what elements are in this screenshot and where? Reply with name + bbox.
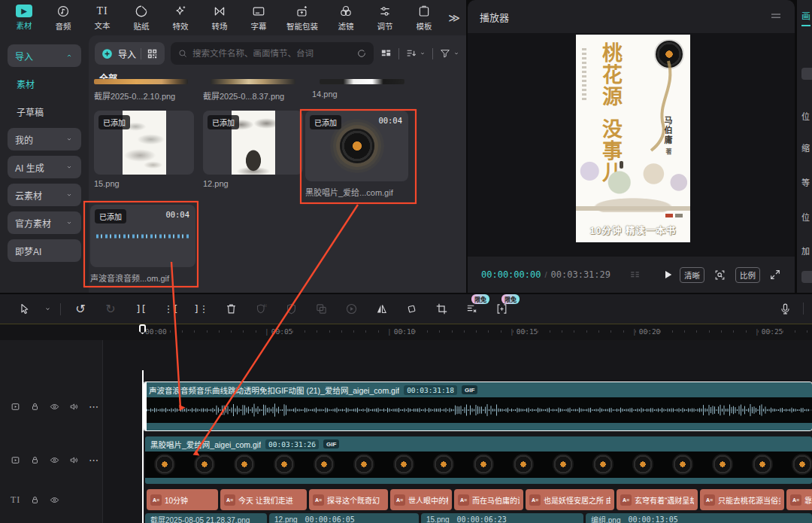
- text-clip[interactable]: A≡靠着每: [786, 489, 812, 510]
- text-clip[interactable]: A≡10分钟: [147, 489, 218, 510]
- text-clip-icon: A≡: [150, 494, 162, 506]
- media-track-clip[interactable]: 截屏2025-08-05 21.28.37.png: [145, 513, 267, 523]
- timeline-clip-waveform-gif[interactable]: 声波音浪音频音乐曲线跳动透明免扣GIF动图 (21)_爱给网_aigei_com…: [144, 382, 812, 430]
- eye-icon[interactable]: [50, 402, 59, 412]
- search-box[interactable]: [171, 42, 374, 65]
- text-clip[interactable]: A≡也是妖怪安居之所 由: [526, 489, 614, 510]
- ratio-button[interactable]: 比例: [735, 267, 760, 283]
- split-button[interactable]: ][: [126, 295, 156, 324]
- sidebar-item-ai-generate[interactable]: AI 生成: [8, 156, 81, 178]
- timeline-ruler[interactable]: 00:00|00:05|00:10|00:15|00:20|00:25: [0, 324, 812, 340]
- play-button[interactable]: [661, 268, 674, 281]
- select-tool-button[interactable]: [9, 295, 39, 324]
- lock-icon[interactable]: [30, 402, 40, 412]
- playhead-line[interactable]: [142, 370, 144, 523]
- player-canvas[interactable]: 桃花源没事儿 马伯庸著 10分钟 精读一本书: [468, 33, 795, 257]
- sidebar-item-label: 导入: [15, 50, 33, 62]
- text-clip[interactable]: A≡只能去桃花源当俗务: [700, 489, 784, 510]
- player-menu-icon[interactable]: [769, 10, 783, 23]
- sidebar-item-import[interactable]: 导入: [8, 44, 81, 67]
- more-options-icon[interactable]: ⋯: [89, 455, 99, 466]
- fullscreen-icon[interactable]: [769, 269, 781, 281]
- media-card-sketch-cave[interactable]: 已添加: [203, 111, 303, 175]
- lock-icon[interactable]: [30, 455, 40, 465]
- sidebar-item-jimeng-ai[interactable]: 即梦AI: [8, 239, 81, 262]
- batch-delete-text-button[interactable]: 限免: [456, 295, 486, 324]
- toolbar-item-audio[interactable]: 音频: [44, 2, 83, 35]
- extract-insert-button[interactable]: 限免: [486, 295, 517, 324]
- media-thumb-strip[interactable]: [211, 79, 295, 84]
- timecode-current: 00:00:00:00: [481, 269, 541, 280]
- media-card-vinyl[interactable]: 已添加00:04: [305, 111, 408, 181]
- filter-button[interactable]: [439, 47, 460, 59]
- toolbar-item-sticker[interactable]: 贴纸: [122, 2, 161, 35]
- media-track-clip[interactable]: 12.png00:00:06:05: [269, 513, 419, 523]
- mirror-button[interactable]: [366, 295, 396, 324]
- text-clip[interactable]: A≡而在马伯庸的设: [454, 489, 523, 510]
- toolbar-item-caption[interactable]: 字幕: [239, 2, 278, 35]
- sort-button[interactable]: [405, 47, 426, 59]
- properties-control[interactable]: [801, 271, 812, 283]
- toolbar-item-filter[interactable]: 滤镜: [326, 2, 365, 35]
- lock-icon[interactable]: [30, 495, 40, 505]
- toolbar-item-text[interactable]: TI文本: [83, 2, 122, 35]
- media-track-clip[interactable]: 编组.png00:00:13:05: [586, 513, 812, 523]
- text-clip[interactable]: A≡探寻这个既奇幻: [309, 489, 388, 510]
- sidebar-item-label: 素材: [17, 78, 35, 90]
- import-button-group[interactable]: 导入: [95, 42, 165, 65]
- media-thumb-strip[interactable]: [320, 79, 404, 84]
- record-voiceover-button[interactable]: [779, 294, 792, 323]
- sidebar-item-subdraft[interactable]: 子草稿: [8, 100, 81, 123]
- focus-zoom-icon[interactable]: [714, 269, 726, 281]
- toolbar-expand-button[interactable]: ≫: [448, 11, 460, 25]
- toolbar-item-media[interactable]: ▶素材: [5, 2, 44, 35]
- clip-name: 声波音浪音频音乐曲线跳动透明免扣GIF动图 (21)_爱给网_aigei_com…: [149, 385, 399, 396]
- sidebar-item-cloud[interactable]: 云素材: [8, 184, 81, 206]
- media-card-sketch-landscape[interactable]: 已添加: [94, 111, 194, 175]
- timeline-clip-vinyl-gif[interactable]: 黑胶唱片_爱给网_aigei_com.gif 00:03:31:26 GIF: [145, 436, 812, 484]
- sidebar-item-mine[interactable]: 我的: [8, 128, 81, 151]
- clip-header: 声波音浪音频音乐曲线跳动透明免扣GIF动图 (21)_爱给网_aigei_com…: [144, 382, 812, 397]
- media-track-clip[interactable]: 15.png00:00:06:23: [421, 513, 583, 523]
- rotate-button[interactable]: [396, 295, 426, 324]
- more-options-icon[interactable]: ⋯: [89, 401, 99, 412]
- multi-screen-icon[interactable]: [629, 269, 641, 281]
- quality-button[interactable]: 清晰: [680, 267, 704, 283]
- text-clip[interactable]: A≡玄穹有着“遇财呈劫”: [617, 489, 698, 510]
- media-thumb-strip[interactable]: [94, 79, 188, 84]
- toolbar-item-adjust[interactable]: 调节: [365, 2, 404, 35]
- search-input[interactable]: [192, 49, 352, 58]
- sidebar-item-official[interactable]: 官方素材: [8, 211, 81, 234]
- sidebar-item-material[interactable]: 素材: [8, 72, 81, 95]
- media-card-waveform[interactable]: 已添加00:04: [90, 205, 195, 267]
- toolbar-item-smartpack[interactable]: 智能包装: [278, 2, 326, 35]
- qr-scan-icon[interactable]: [146, 47, 159, 60]
- eye-icon[interactable]: [50, 455, 59, 465]
- media-play-icon: ▶: [16, 5, 32, 17]
- split-keep-right-button[interactable]: ]⋮: [186, 295, 216, 324]
- clip-trim-handle[interactable]: [144, 382, 147, 430]
- toolbar-item-effects[interactable]: 特效: [161, 2, 200, 35]
- text-clip[interactable]: A≡今天 让我们走进: [220, 489, 307, 510]
- toolbar-item-template[interactable]: 模板: [404, 2, 444, 35]
- properties-control[interactable]: [801, 68, 812, 80]
- player-pane: 播放器 桃花源没事儿 马伯庸著 10分钟 精读一本书 00:00:00:00 /: [468, 0, 795, 293]
- text-clip[interactable]: A≡世人眼中的桃: [390, 489, 452, 510]
- toolbar-item-transition[interactable]: 转场: [200, 2, 239, 35]
- split-keep-left-button[interactable]: ⋮[: [156, 295, 186, 324]
- added-badge: 已添加: [95, 209, 126, 223]
- speaker-icon[interactable]: [69, 402, 79, 412]
- mediabox-icon[interactable]: [11, 402, 20, 412]
- mediabox-icon[interactable]: [11, 455, 20, 465]
- glyph: ]⋮: [194, 303, 208, 315]
- text-clip-icon: A≡: [620, 494, 632, 506]
- properties-tab[interactable]: 画: [801, 9, 810, 26]
- refresh-icon[interactable]: [356, 48, 367, 59]
- eye-icon[interactable]: [50, 495, 59, 505]
- crop-button[interactable]: [426, 295, 456, 324]
- undo-button[interactable]: ↺: [65, 295, 95, 324]
- speaker-icon[interactable]: [69, 455, 79, 465]
- select-tool-chevron[interactable]: [39, 295, 56, 324]
- grid-view-button[interactable]: [380, 47, 392, 60]
- delete-button[interactable]: [216, 295, 246, 324]
